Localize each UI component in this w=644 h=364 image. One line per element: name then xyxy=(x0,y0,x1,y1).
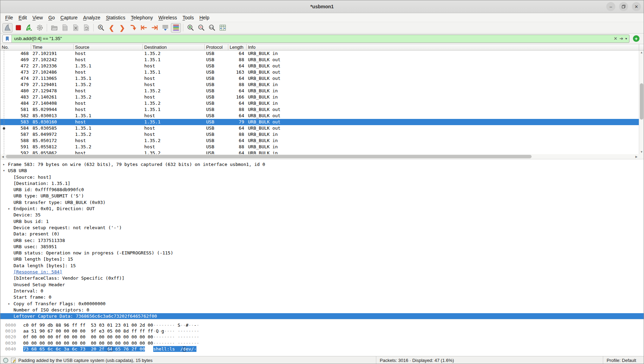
packet-row[interactable]: 47427.1130651.35.1hostUSB64URB_BULK out xyxy=(0,75,644,82)
save-file-icon[interactable]: 01010110 xyxy=(60,23,70,32)
detail-line[interactable]: Start frame: 0 xyxy=(0,294,644,300)
packet-row[interactable]: 48427.140408host1.35.2USB64URB_BULK in xyxy=(0,100,644,106)
packet-list-horizontal-scrollbar[interactable]: ◀ ▶ xyxy=(0,154,644,159)
column-header-source[interactable]: Source xyxy=(74,44,143,50)
display-filter-input[interactable] xyxy=(12,36,614,41)
menu-edit[interactable]: Edit xyxy=(16,14,30,21)
scroll-left-icon[interactable]: ◀ xyxy=(0,154,5,159)
scrollbar-thumb[interactable] xyxy=(640,83,643,120)
detail-line[interactable]: [Response in: 584] xyxy=(0,269,644,275)
menu-go[interactable]: Go xyxy=(46,14,58,21)
packet-row[interactable]: 58385.030160host1.35.1USB79URB_BULK out xyxy=(0,119,644,125)
detail-line[interactable]: URB transfer type: URB_BULK (0x03) xyxy=(0,199,644,206)
menu-analyze[interactable]: Analyze xyxy=(80,14,103,21)
menu-capture[interactable]: Capture xyxy=(58,14,81,21)
previous-packet-icon[interactable]: ❮ xyxy=(107,23,117,32)
detail-line[interactable]: [Destination: 1.35.1] xyxy=(0,180,644,187)
packet-row[interactable]: 47927.1294011.35.2hostUSB88URB_BULK in xyxy=(0,82,644,88)
collapsed-arrow-icon[interactable]: ▸ xyxy=(8,206,10,212)
auto-scroll-icon[interactable] xyxy=(160,23,170,32)
expert-info-icon[interactable] xyxy=(3,358,8,363)
filter-apply-icon[interactable]: ➔ xyxy=(619,36,623,41)
detail-line[interactable]: URB usec: 385951 xyxy=(0,244,644,250)
hex-row[interactable]: 004073 68 65 6c 6c 3a 6c 73 20 2f 64 65 … xyxy=(0,346,644,352)
zoom-out-icon[interactable] xyxy=(196,23,206,32)
detail-line[interactable]: Unused Setup Header xyxy=(0,282,644,288)
hex-row[interactable]: 0000c0 0f 99 db 88 96 ff ff 53 03 01 23 … xyxy=(0,322,644,328)
menu-file[interactable]: File xyxy=(2,14,16,21)
display-filter-field[interactable]: ✕ ➔ ▾ xyxy=(2,35,629,43)
detail-line[interactable]: [Source: host] xyxy=(0,174,644,180)
packet-row[interactable]: 58785.0499721.35.2hostUSB88URB_BULK in xyxy=(0,131,644,138)
packet-row[interactable]: 59285.055862host1.35.2USB64URB_BULK in xyxy=(0,150,644,154)
capture-stop-icon[interactable] xyxy=(13,23,23,32)
detail-line[interactable]: Device setup request: not relevant ('-') xyxy=(0,225,644,231)
capture-options-icon[interactable] xyxy=(35,23,45,32)
open-file-icon[interactable] xyxy=(49,23,59,32)
detail-line[interactable]: URB type: URB_SUBMIT ('S') xyxy=(0,193,644,199)
packet-row[interactable]: 58185.029944host1.35.1USB88URB_BULK out xyxy=(0,106,644,113)
packet-row[interactable]: 46827.102191host1.35.2USB64URB_BULK in xyxy=(0,50,644,57)
menu-statistics[interactable]: Statistics xyxy=(103,14,128,21)
next-packet-icon[interactable]: ❯ xyxy=(117,23,127,32)
detail-line[interactable]: URB status: Operation now in progress (-… xyxy=(0,250,644,256)
resize-columns-icon[interactable] xyxy=(218,23,228,32)
scroll-up-icon[interactable]: ▲ xyxy=(639,50,644,55)
detail-line[interactable]: ▸Endpoint: 0x01, Direction: OUT xyxy=(0,206,644,212)
detail-line[interactable]: URB sec: 1737511338 xyxy=(0,237,644,244)
filter-bookmark-button[interactable] xyxy=(3,35,12,43)
reload-file-icon[interactable] xyxy=(81,23,91,32)
filter-add-button[interactable]: + xyxy=(633,35,640,42)
menu-wireless[interactable]: Wireless xyxy=(156,14,180,21)
detail-line[interactable]: ▾USB URB xyxy=(0,168,644,174)
column-header-no[interactable]: No. xyxy=(0,44,31,50)
detail-line[interactable]: Interval: 0 xyxy=(0,288,644,294)
filter-clear-icon[interactable]: ✕ xyxy=(614,36,617,41)
filter-dropdown-icon[interactable]: ▾ xyxy=(625,37,627,40)
profile-label[interactable]: Profile: Default xyxy=(603,358,644,363)
detail-line[interactable]: [bInterfaceClass: Vendor Specific (0xff)… xyxy=(0,275,644,281)
find-packet-icon[interactable]: A xyxy=(96,23,106,32)
capture-comment-icon[interactable] xyxy=(11,358,16,363)
detail-line[interactable]: URB bus id: 1 xyxy=(0,218,644,225)
first-packet-icon[interactable] xyxy=(139,23,149,32)
collapsed-arrow-icon[interactable]: ▸ xyxy=(8,301,10,307)
last-packet-icon[interactable] xyxy=(149,23,159,32)
column-header-time[interactable]: Time xyxy=(31,44,74,50)
hex-row[interactable]: 00200f 00 00 00 0f 00 00 00 00 00 00 00 … xyxy=(0,334,644,340)
detail-line[interactable]: ▸Copy of Transfer Flags: 0x00000000 xyxy=(0,301,644,307)
packet-row[interactable]: 59185.0558121.35.2hostUSB88URB_BULK in xyxy=(0,144,644,150)
packet-row[interactable]: 58285.0300131.35.1hostUSB64URB_BULK out xyxy=(0,113,644,119)
column-header-length[interactable]: Length xyxy=(228,44,247,50)
column-header-info[interactable]: Info xyxy=(247,44,639,50)
expanded-arrow-icon[interactable]: ▾ xyxy=(3,168,5,174)
detail-line[interactable]: Device: 35 xyxy=(0,212,644,218)
packet-row[interactable]: 48327.1402611.35.2hostUSB166URB_BULK in xyxy=(0,94,644,100)
packet-row[interactable]: 58485.0305851.35.1hostUSB64URB_BULK out xyxy=(0,125,644,131)
zoom-original-icon[interactable]: 1:1 xyxy=(207,23,217,32)
scroll-down-icon[interactable]: ▼ xyxy=(639,150,644,154)
menu-tools[interactable]: Tools xyxy=(180,14,197,21)
goto-packet-icon[interactable] xyxy=(128,23,138,32)
close-file-icon[interactable] xyxy=(71,23,81,32)
hex-row[interactable]: 003000 00 00 00 00 00 00 00 00 00 00 00 … xyxy=(0,340,644,346)
scroll-right-icon[interactable]: ▶ xyxy=(634,154,639,159)
packet-row[interactable]: 48027.129478host1.35.2USB64URB_BULK in xyxy=(0,88,644,94)
collapsed-arrow-icon[interactable]: ▸ xyxy=(3,161,5,168)
menu-help[interactable]: Help xyxy=(196,14,212,21)
close-button[interactable]: ✕ xyxy=(632,2,641,11)
detail-line[interactable]: Number of ISO descriptors: 0 xyxy=(0,307,644,313)
minimize-button[interactable]: – xyxy=(606,2,615,11)
detail-line[interactable]: ▸Frame 583: 79 bytes on wire (632 bits),… xyxy=(0,161,644,168)
menu-telephony[interactable]: Telephony xyxy=(128,14,156,21)
hex-row[interactable]: 0010aa 51 90 67 00 00 00 00 9f e3 05 00 … xyxy=(0,328,644,334)
detail-line[interactable]: URB length [bytes]: 15 xyxy=(0,256,644,262)
detail-line[interactable]: URB id: 0xffff9688db990fc0 xyxy=(0,187,644,193)
packet-row[interactable]: 58885.050172host1.35.2USB64URB_BULK in xyxy=(0,138,644,144)
colorize-icon[interactable] xyxy=(171,23,181,32)
detail-line[interactable]: Data length [bytes]: 15 xyxy=(0,263,644,269)
packet-list-vertical-scrollbar[interactable]: ▲ ▼ xyxy=(639,50,644,154)
menu-view[interactable]: View xyxy=(30,14,46,21)
packet-row[interactable]: 47227.1023361.35.1hostUSB64URB_BULK out xyxy=(0,63,644,69)
packet-row[interactable]: 47327.102486host1.35.1USB163URB_BULK out xyxy=(0,69,644,75)
